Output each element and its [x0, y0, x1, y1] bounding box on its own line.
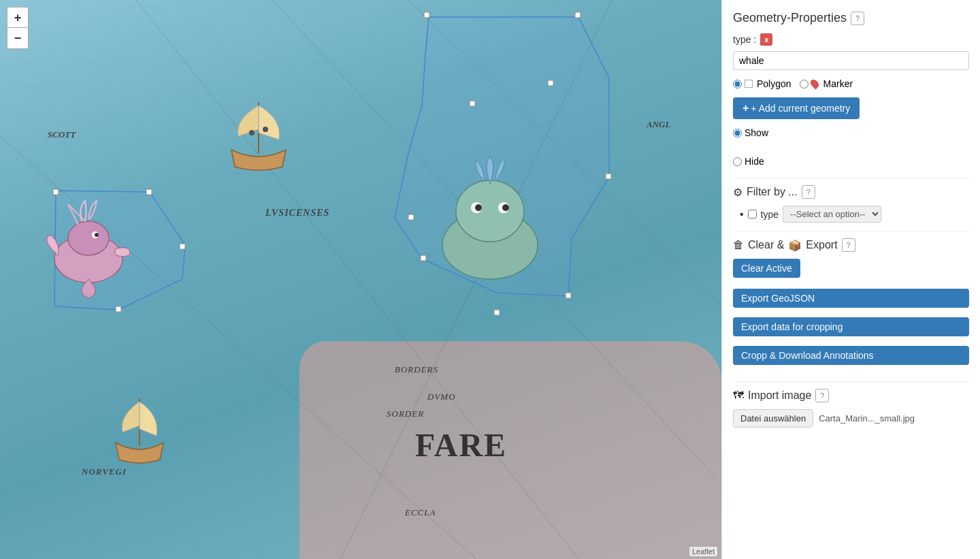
svg-point-22 [249, 130, 255, 135]
geometry-properties-section: Geometry-Properties ? type : x Polygon M… [733, 11, 969, 167]
show-label: Show [745, 127, 768, 138]
import-title-text: Import image [748, 389, 811, 402]
polygon-option[interactable]: Polygon [733, 78, 791, 89]
import-help[interactable]: ? [815, 389, 829, 402]
type-filter-checkbox[interactable] [748, 210, 757, 219]
crop-download-button[interactable]: Cropp & Download Annotations [733, 346, 969, 365]
filename-label: Carta_Marin..._small.jpg [819, 413, 915, 424]
geometry-type-radio-group: Polygon Marker [733, 78, 969, 89]
divider-3 [733, 381, 969, 382]
filter-help[interactable]: ? [802, 185, 815, 199]
clear-active-button[interactable]: Clear Active [733, 259, 800, 278]
filter-title-text: Filter by ... [747, 186, 798, 198]
marker-radio[interactable] [800, 80, 808, 89]
type-x-button[interactable]: x [760, 33, 772, 46]
plus-icon: + [742, 102, 749, 114]
marker-label: Marker [823, 78, 853, 89]
box-icon: 📦 [788, 239, 802, 252]
clear-export-help[interactable]: ? [842, 238, 855, 252]
hide-label: Hide [745, 156, 764, 167]
leaflet-credit: Leaflet [689, 547, 717, 556]
hide-option[interactable]: Hide [733, 156, 969, 167]
export-text: Export [806, 239, 837, 251]
clear-active-row: Clear Active [733, 259, 969, 283]
choose-file-button[interactable]: Datei auswählen [733, 409, 813, 428]
polygon-label: Polygon [757, 78, 791, 89]
svg-point-33 [475, 204, 482, 211]
geometry-properties-help[interactable]: ? [851, 12, 864, 25]
filter-section: ⚙ Filter by ... ? • type --Select an opt… [733, 185, 969, 223]
clear-export-section: 🗑 Clear & 📦 Export ? Clear Active Export… [733, 238, 969, 370]
filter-row: • type --Select an option-- [733, 206, 969, 223]
sidebar: Geometry-Properties ? type : x Polygon M… [721, 0, 980, 559]
svg-point-30 [456, 180, 524, 242]
type-filter-select[interactable]: --Select an option-- [783, 206, 881, 223]
import-section: 🗺 Import image ? Datei auswählen Carta_M… [733, 389, 969, 428]
export-geojson-button[interactable]: Export GeoJSON [733, 289, 969, 308]
polygon-checkbox-indicator [745, 80, 753, 88]
filter-section-title: ⚙ Filter by ... ? [733, 185, 969, 199]
type-label: type : [733, 34, 756, 45]
hide-radio[interactable] [733, 157, 742, 166]
divider-1 [733, 178, 969, 178]
divider-2 [733, 231, 969, 231]
svg-point-34 [502, 204, 509, 211]
trash-icon: 🗑 [733, 239, 744, 251]
marker-icon [808, 78, 820, 90]
photo-icon: 🗺 [733, 389, 744, 402]
zoom-controls: + − [7, 7, 29, 49]
map-container[interactable]: SCOTT LVSICENSES ANGL NORVEGI FARE DVMO … [0, 0, 721, 559]
show-hide-group: Show Hide [733, 127, 969, 167]
geometry-properties-title: Geometry-Properties ? [733, 11, 969, 25]
clear-export-text: Clear & [748, 239, 784, 251]
add-geometry-button[interactable]: + + Add current geometry [733, 97, 860, 119]
svg-point-28 [95, 233, 99, 237]
show-option[interactable]: Show [733, 127, 969, 138]
add-geometry-label: + Add current geometry [751, 103, 850, 114]
svg-point-26 [68, 221, 109, 255]
type-filter-label: type [761, 209, 779, 220]
svg-point-23 [263, 127, 268, 132]
clear-export-title: 🗑 Clear & 📦 Export ? [733, 238, 969, 252]
filter-dot: • [740, 208, 744, 221]
polygon-radio[interactable] [733, 80, 742, 89]
file-input-row: Datei auswählen Carta_Marin..._small.jpg [733, 409, 969, 428]
gear-icon: ⚙ [733, 186, 742, 199]
import-section-title: 🗺 Import image ? [733, 389, 969, 402]
type-row: type : x [733, 33, 969, 46]
zoom-in-button[interactable]: + [7, 7, 28, 28]
name-input[interactable] [733, 51, 969, 70]
export-crop-button[interactable]: Export data for cropping [733, 317, 969, 336]
marker-option[interactable]: Marker [800, 78, 853, 89]
export-buttons: Export GeoJSON Export data for cropping … [733, 289, 969, 370]
zoom-out-button[interactable]: − [7, 28, 28, 48]
show-radio[interactable] [733, 129, 742, 138]
